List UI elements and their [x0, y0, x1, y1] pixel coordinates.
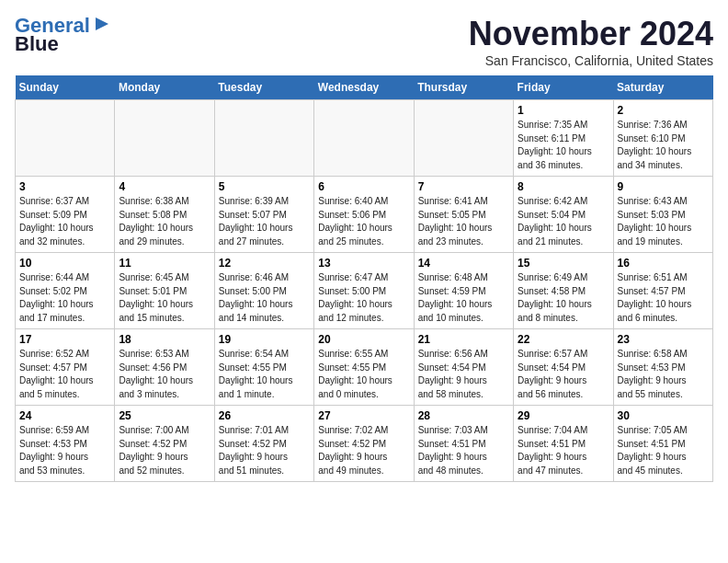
day-number: 2	[618, 104, 709, 117]
calendar-week-row: 10Sunrise: 6:44 AM Sunset: 5:02 PM Dayli…	[16, 253, 713, 329]
calendar-cell	[214, 100, 313, 177]
day-number: 1	[518, 104, 609, 117]
weekday-header-cell: Wednesday	[314, 75, 414, 100]
day-number: 22	[518, 333, 609, 346]
calendar-cell	[115, 100, 214, 177]
day-number: 4	[119, 180, 210, 193]
logo-arrow-icon	[92, 14, 112, 34]
day-info: Sunrise: 6:57 AM Sunset: 4:54 PM Dayligh…	[518, 348, 609, 401]
calendar-cell: 14Sunrise: 6:48 AM Sunset: 4:59 PM Dayli…	[414, 253, 513, 329]
day-number: 18	[119, 333, 210, 346]
calendar-cell: 4Sunrise: 6:38 AM Sunset: 5:08 PM Daylig…	[115, 177, 214, 253]
day-info: Sunrise: 6:54 AM Sunset: 4:55 PM Dayligh…	[219, 348, 310, 401]
logo-line2: Blue	[15, 33, 59, 55]
calendar-cell: 24Sunrise: 6:59 AM Sunset: 4:53 PM Dayli…	[16, 406, 115, 482]
calendar-cell: 18Sunrise: 6:53 AM Sunset: 4:56 PM Dayli…	[115, 329, 214, 406]
day-number: 25	[119, 409, 210, 422]
calendar-cell: 6Sunrise: 6:40 AM Sunset: 5:06 PM Daylig…	[314, 177, 414, 253]
calendar-cell	[16, 100, 115, 177]
weekday-header-cell: Sunday	[16, 75, 115, 100]
title-area: November 2024 San Francisco, California,…	[469, 15, 713, 68]
day-info: Sunrise: 6:39 AM Sunset: 5:07 PM Dayligh…	[219, 195, 310, 248]
day-info: Sunrise: 6:55 AM Sunset: 4:55 PM Dayligh…	[318, 348, 409, 401]
day-number: 23	[618, 333, 709, 346]
calendar-cell: 8Sunrise: 6:42 AM Sunset: 5:04 PM Daylig…	[514, 177, 613, 253]
calendar-cell: 21Sunrise: 6:56 AM Sunset: 4:54 PM Dayli…	[414, 329, 513, 406]
weekday-header-cell: Monday	[115, 75, 214, 100]
calendar-cell: 15Sunrise: 6:49 AM Sunset: 4:58 PM Dayli…	[514, 253, 613, 329]
calendar-cell: 30Sunrise: 7:05 AM Sunset: 4:51 PM Dayli…	[613, 406, 712, 482]
day-number: 26	[219, 409, 310, 422]
day-info: Sunrise: 6:46 AM Sunset: 5:00 PM Dayligh…	[219, 271, 310, 325]
day-number: 16	[618, 257, 709, 270]
day-info: Sunrise: 6:45 AM Sunset: 5:01 PM Dayligh…	[119, 271, 210, 325]
day-number: 14	[418, 257, 509, 270]
day-number: 5	[219, 180, 310, 193]
svg-marker-0	[96, 17, 108, 30]
day-info: Sunrise: 7:03 AM Sunset: 4:51 PM Dayligh…	[418, 424, 509, 477]
day-info: Sunrise: 6:37 AM Sunset: 5:09 PM Dayligh…	[19, 195, 110, 248]
subtitle: San Francisco, California, United States	[469, 53, 713, 68]
day-info: Sunrise: 6:48 AM Sunset: 4:59 PM Dayligh…	[418, 271, 509, 325]
weekday-header-cell: Thursday	[414, 75, 513, 100]
day-number: 3	[19, 180, 110, 193]
calendar-cell	[414, 100, 513, 177]
calendar-cell: 27Sunrise: 7:02 AM Sunset: 4:52 PM Dayli…	[314, 406, 414, 482]
calendar-cell: 22Sunrise: 6:57 AM Sunset: 4:54 PM Dayli…	[514, 329, 613, 406]
calendar-week-row: 24Sunrise: 6:59 AM Sunset: 4:53 PM Dayli…	[16, 406, 713, 482]
weekday-header-row: SundayMondayTuesdayWednesdayThursdayFrid…	[16, 75, 713, 100]
day-info: Sunrise: 6:47 AM Sunset: 5:00 PM Dayligh…	[318, 271, 409, 325]
header: General Blue November 2024 San Francisco…	[15, 15, 713, 68]
day-number: 11	[119, 257, 210, 270]
day-info: Sunrise: 7:35 AM Sunset: 6:11 PM Dayligh…	[518, 119, 609, 172]
calendar-cell: 20Sunrise: 6:55 AM Sunset: 4:55 PM Dayli…	[314, 329, 414, 406]
day-info: Sunrise: 6:44 AM Sunset: 5:02 PM Dayligh…	[19, 271, 110, 325]
calendar-cell	[314, 100, 414, 177]
calendar-table: SundayMondayTuesdayWednesdayThursdayFrid…	[15, 75, 713, 482]
day-number: 17	[19, 333, 110, 346]
calendar-cell: 16Sunrise: 6:51 AM Sunset: 4:57 PM Dayli…	[613, 253, 712, 329]
day-info: Sunrise: 7:00 AM Sunset: 4:52 PM Dayligh…	[119, 424, 210, 477]
day-number: 21	[418, 333, 509, 346]
day-info: Sunrise: 6:40 AM Sunset: 5:06 PM Dayligh…	[318, 195, 409, 248]
day-number: 28	[418, 409, 509, 422]
day-number: 12	[219, 257, 310, 270]
day-info: Sunrise: 7:05 AM Sunset: 4:51 PM Dayligh…	[618, 424, 709, 477]
day-number: 19	[219, 333, 310, 346]
calendar-cell: 26Sunrise: 7:01 AM Sunset: 4:52 PM Dayli…	[214, 406, 313, 482]
calendar-cell: 7Sunrise: 6:41 AM Sunset: 5:05 PM Daylig…	[414, 177, 513, 253]
weekday-header-cell: Saturday	[613, 75, 712, 100]
day-info: Sunrise: 6:56 AM Sunset: 4:54 PM Dayligh…	[418, 348, 509, 401]
day-info: Sunrise: 6:49 AM Sunset: 4:58 PM Dayligh…	[518, 271, 609, 325]
calendar-cell: 17Sunrise: 6:52 AM Sunset: 4:57 PM Dayli…	[16, 329, 115, 406]
calendar-cell: 29Sunrise: 7:04 AM Sunset: 4:51 PM Dayli…	[514, 406, 613, 482]
calendar-cell: 1Sunrise: 7:35 AM Sunset: 6:11 PM Daylig…	[514, 100, 613, 177]
day-info: Sunrise: 6:52 AM Sunset: 4:57 PM Dayligh…	[19, 348, 110, 401]
day-number: 6	[318, 180, 409, 193]
day-number: 8	[518, 180, 609, 193]
day-number: 9	[618, 180, 709, 193]
logo: General Blue	[15, 15, 112, 55]
calendar-week-row: 17Sunrise: 6:52 AM Sunset: 4:57 PM Dayli…	[16, 329, 713, 406]
day-info: Sunrise: 7:02 AM Sunset: 4:52 PM Dayligh…	[318, 424, 409, 477]
calendar-cell: 23Sunrise: 6:58 AM Sunset: 4:53 PM Dayli…	[613, 329, 712, 406]
day-info: Sunrise: 7:04 AM Sunset: 4:51 PM Dayligh…	[518, 424, 609, 477]
weekday-header-cell: Friday	[514, 75, 613, 100]
day-number: 30	[618, 409, 709, 422]
calendar-cell: 12Sunrise: 6:46 AM Sunset: 5:00 PM Dayli…	[214, 253, 313, 329]
day-info: Sunrise: 6:53 AM Sunset: 4:56 PM Dayligh…	[119, 348, 210, 401]
day-number: 24	[19, 409, 110, 422]
weekday-header-cell: Tuesday	[214, 75, 313, 100]
day-number: 10	[19, 257, 110, 270]
day-number: 7	[418, 180, 509, 193]
calendar-cell: 10Sunrise: 6:44 AM Sunset: 5:02 PM Dayli…	[16, 253, 115, 329]
calendar-cell: 3Sunrise: 6:37 AM Sunset: 5:09 PM Daylig…	[16, 177, 115, 253]
day-info: Sunrise: 6:58 AM Sunset: 4:53 PM Dayligh…	[618, 348, 709, 401]
calendar-cell: 2Sunrise: 7:36 AM Sunset: 6:10 PM Daylig…	[613, 100, 712, 177]
day-number: 20	[318, 333, 409, 346]
calendar-cell: 9Sunrise: 6:43 AM Sunset: 5:03 PM Daylig…	[613, 177, 712, 253]
calendar-week-row: 1Sunrise: 7:35 AM Sunset: 6:11 PM Daylig…	[16, 100, 713, 177]
day-info: Sunrise: 6:59 AM Sunset: 4:53 PM Dayligh…	[19, 424, 110, 477]
calendar-week-row: 3Sunrise: 6:37 AM Sunset: 5:09 PM Daylig…	[16, 177, 713, 253]
calendar-cell: 5Sunrise: 6:39 AM Sunset: 5:07 PM Daylig…	[214, 177, 313, 253]
